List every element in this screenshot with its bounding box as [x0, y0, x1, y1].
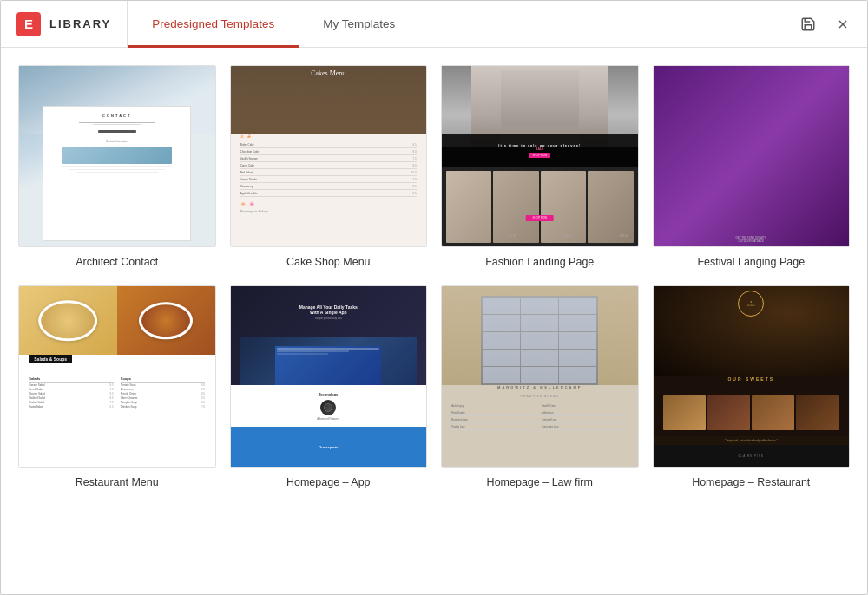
template-thumbnail: CONTACT ContactInformation	[18, 65, 216, 247]
template-card[interactable]: MAROWITZ & MELLENCAMP PRACTICE AREAS Aut…	[441, 285, 639, 488]
template-thumbnail: Cakes Menu 🎂 🍰 Butter Cake8.5 Chocolate …	[230, 65, 428, 247]
close-button[interactable]	[827, 9, 858, 40]
template-card[interactable]: Manage All Your Daily TasksWith A Single…	[230, 285, 428, 488]
tabs-container: Predesigned Templates My Templates	[128, 1, 784, 47]
logo-area: E LIBRARY	[1, 1, 128, 47]
template-label: Homepage – Law firm	[487, 476, 593, 488]
tab-my-templates[interactable]: My Templates	[299, 2, 419, 48]
app-logo-icon: E	[16, 12, 41, 36]
template-label: Architect Contact	[76, 256, 158, 268]
template-card[interactable]: ★LOGO OUR SWEETS "Tasty food, set inside…	[653, 285, 851, 488]
template-label: Cake Shop Menu	[286, 256, 371, 268]
template-label: Restaurant Menu	[76, 476, 159, 488]
save-button[interactable]	[792, 9, 824, 40]
template-label: Fashion Landing Page	[485, 256, 594, 268]
template-thumbnail: Starlight nation festivalTHE CELEBRATION…	[653, 65, 851, 247]
template-thumbnail: Salads & Soups Salads Caesar Salad8.5 Gr…	[18, 285, 216, 468]
template-label: Homepage – App	[286, 476, 371, 488]
template-label: Homepage – Restaurant	[692, 476, 810, 488]
templates-grid: CONTACT ContactInformation Architect Con	[18, 65, 850, 488]
template-card[interactable]: Cakes Menu 🎂 🍰 Butter Cake8.5 Chocolate …	[230, 65, 428, 268]
template-card[interactable]: CONTACT ContactInformation Architect Con	[18, 65, 216, 268]
template-card[interactable]: It's time to role up your sleeves! SALE …	[441, 65, 639, 268]
template-card[interactable]: Starlight nation festivalTHE CELEBRATION…	[653, 65, 851, 268]
tab-predesigned-templates[interactable]: Predesigned Templates	[128, 2, 299, 48]
library-dialog: E LIBRARY Predesigned Templates My Templ…	[0, 0, 868, 595]
template-thumbnail: Manage All Your Daily TasksWith A Single…	[230, 285, 428, 468]
header-actions	[784, 1, 867, 47]
app-logo-text: LIBRARY	[49, 17, 111, 30]
template-thumbnail: It's time to role up your sleeves! SALE …	[441, 65, 639, 247]
templates-content[interactable]: CONTACT ContactInformation Architect Con	[1, 48, 867, 594]
dialog-header: E LIBRARY Predesigned Templates My Templ…	[1, 1, 867, 48]
template-thumbnail: ★LOGO OUR SWEETS "Tasty food, set inside…	[653, 285, 851, 468]
template-card[interactable]: Salads & Soups Salads Caesar Salad8.5 Gr…	[18, 285, 216, 488]
template-label: Festival Langing Page	[697, 256, 805, 268]
template-thumbnail: MAROWITZ & MELLENCAMP PRACTICE AREAS Aut…	[441, 285, 639, 468]
